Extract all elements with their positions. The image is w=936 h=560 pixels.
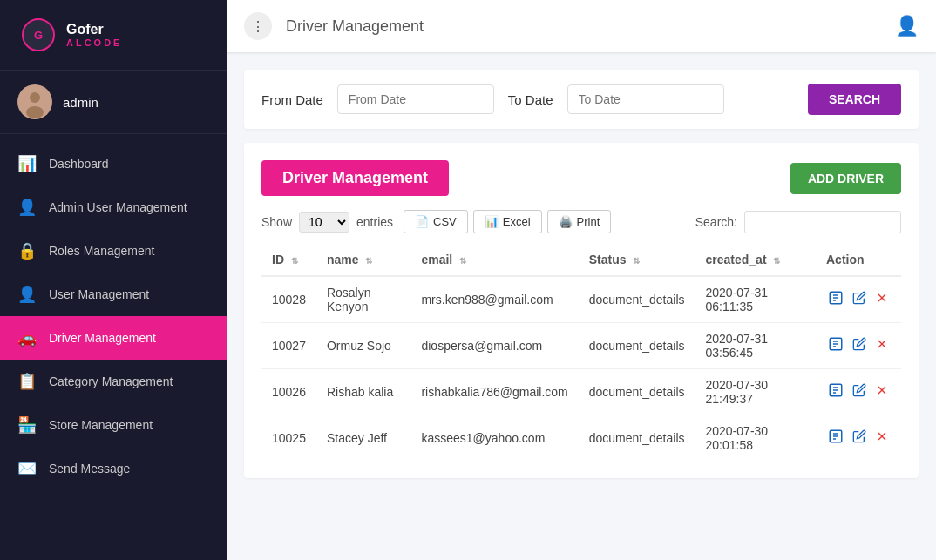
cell-email: diospersa@gmail.com [410, 323, 578, 369]
cell-action [816, 369, 901, 415]
entries-select[interactable]: 10 25 50 100 [299, 212, 349, 233]
sidebar-item-label: Send Message [49, 462, 130, 476]
show-entries: Show 10 25 50 100 entries [261, 212, 393, 233]
view-button[interactable] [826, 334, 845, 357]
sidebar-item-admin-user-management[interactable]: 👤 Admin User Management [0, 186, 227, 229]
cell-status: document_details [579, 276, 695, 323]
excel-button[interactable]: 📊 Excel [473, 210, 542, 233]
cell-created-at: 2020-07-30 20:01:58 [695, 415, 816, 462]
header: ⋮ Driver Management 👤 [227, 0, 936, 52]
delete-button[interactable] [873, 428, 891, 449]
cell-action [816, 276, 901, 323]
table-row: 10027 Ormuz Sojo diospersa@gmail.com doc… [261, 323, 901, 369]
admin-name: admin [63, 95, 98, 110]
cell-name: Rosalyn Kenyon [316, 276, 411, 323]
cell-action [816, 415, 901, 462]
message-icon: ✉️ [17, 459, 37, 478]
cell-id: 10026 [261, 369, 316, 415]
sidebar-item-label: Driver Management [49, 331, 156, 345]
sort-icon: ⇅ [291, 256, 298, 266]
category-icon: 📋 [17, 372, 37, 391]
table-row: 10026 Rishab kalia rishabkalia786@gmail.… [261, 369, 901, 415]
sidebar-logo: G Gofer ALCODE [0, 0, 227, 71]
cell-email: kassees1@yahoo.com [410, 415, 578, 462]
driver-icon: 🚗 [17, 328, 37, 347]
table-controls-top: Show 10 25 50 100 entries 📄 CSV 📊 Excel … [261, 210, 901, 233]
from-date-input[interactable] [337, 84, 494, 114]
sidebar-item-label: User Management [49, 287, 149, 301]
sort-icon: ⇅ [633, 256, 640, 266]
sidebar-item-label: Admin User Management [49, 200, 187, 214]
filter-bar: From Date To Date SEARCH [244, 70, 919, 129]
table-search-input[interactable] [744, 211, 901, 233]
user-icon: 👤 [17, 285, 37, 304]
sort-icon: ⇅ [773, 256, 780, 266]
sidebar-item-store-management[interactable]: 🏪 Store Management [0, 403, 227, 447]
logo-text: Gofer ALCODE [66, 22, 122, 48]
cell-id: 10027 [261, 323, 316, 369]
view-button[interactable] [826, 381, 845, 403]
edit-button[interactable] [851, 381, 868, 402]
delete-button[interactable] [873, 381, 891, 402]
view-button[interactable] [826, 288, 845, 311]
sidebar-item-roles-management[interactable]: 🔒 Roles Management [0, 229, 227, 273]
sidebar-item-dashboard[interactable]: 📊 Dashboard [0, 142, 227, 186]
header-user-icon[interactable]: 👤 [895, 15, 919, 37]
cell-email: rishabkalia786@gmail.com [410, 369, 578, 415]
delete-button[interactable] [873, 335, 891, 356]
cell-id: 10025 [261, 415, 316, 462]
svg-point-3 [30, 92, 40, 103]
print-button[interactable]: 🖨️ Print [547, 210, 612, 233]
sidebar-divider [0, 138, 227, 138]
show-label: Show [261, 215, 292, 229]
table-header: ID ⇅ name ⇅ email ⇅ Status ⇅ created_at … [261, 244, 901, 276]
cell-name: Stacey Jeff [316, 415, 411, 462]
page-title-badge: Driver Management [261, 160, 449, 196]
col-id: ID ⇅ [261, 244, 316, 276]
sidebar-item-driver-management[interactable]: 🚗 Driver Management [0, 316, 227, 360]
search-button[interactable]: SEARCH [808, 84, 901, 115]
main-area: ⋮ Driver Management 👤 From Date To Date … [227, 0, 936, 560]
col-name: name ⇅ [316, 244, 411, 276]
search-box: Search: [695, 211, 901, 233]
edit-button[interactable] [851, 335, 868, 356]
col-email: email ⇅ [410, 244, 578, 276]
cell-created-at: 2020-07-31 06:11:35 [695, 276, 816, 323]
store-icon: 🏪 [17, 415, 37, 435]
edit-button[interactable] [851, 428, 868, 449]
sidebar-item-send-message[interactable]: ✉️ Send Message [0, 447, 227, 490]
col-created-at: created_at ⇅ [695, 244, 816, 276]
entries-label: entries [356, 215, 393, 229]
sidebar-item-label: Dashboard [49, 157, 109, 171]
to-date-label: To Date [508, 92, 553, 107]
sort-icon: ⇅ [459, 256, 466, 266]
content-area: From Date To Date SEARCH Driver Manageme… [227, 52, 936, 560]
cell-action [816, 323, 901, 369]
cell-status: document_details [579, 369, 695, 415]
table-row: 10025 Stacey Jeff kassees1@yahoo.com doc… [261, 415, 901, 462]
export-buttons: 📄 CSV 📊 Excel 🖨️ Print [404, 210, 611, 233]
to-date-input[interactable] [567, 84, 724, 114]
sidebar-item-label: Category Management [49, 374, 173, 388]
cell-id: 10028 [261, 276, 316, 323]
avatar [17, 84, 52, 119]
csv-button[interactable]: 📄 CSV [404, 210, 468, 233]
delete-button[interactable] [873, 289, 891, 310]
menu-button[interactable]: ⋮ [244, 12, 272, 40]
sidebar-item-category-management[interactable]: 📋 Category Management [0, 360, 227, 403]
sidebar: G Gofer ALCODE admin 📊 Dashboard 👤 Admin… [0, 0, 227, 560]
cell-name: Ormuz Sojo [316, 323, 411, 369]
data-table: ID ⇅ name ⇅ email ⇅ Status ⇅ created_at … [261, 244, 901, 461]
header-left: ⋮ Driver Management [244, 12, 424, 40]
roles-icon: 🔒 [17, 241, 37, 260]
sort-icon: ⇅ [365, 256, 372, 266]
sidebar-item-user-management[interactable]: 👤 User Management [0, 273, 227, 316]
add-driver-button[interactable]: ADD DRIVER [790, 163, 901, 194]
cell-created-at: 2020-07-31 03:56:45 [695, 323, 816, 369]
header-title: Driver Management [286, 17, 424, 36]
cell-status: document_details [579, 323, 695, 369]
view-button[interactable] [826, 427, 845, 449]
table-body: 10028 Rosalyn Kenyon mrs.ken988@gmail.co… [261, 276, 901, 461]
col-action: Action [816, 244, 901, 276]
edit-button[interactable] [851, 289, 868, 310]
